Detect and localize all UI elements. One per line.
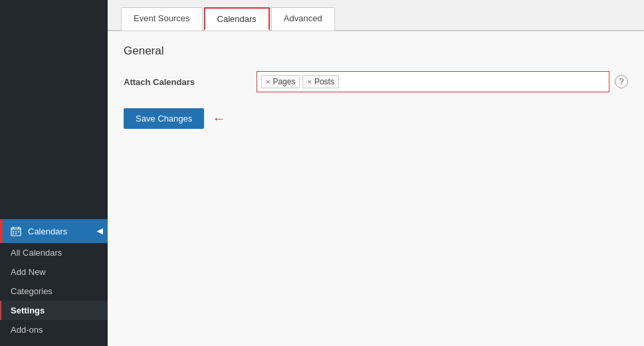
- save-row: Save Changes ←: [124, 108, 628, 129]
- tab-calendars[interactable]: Calendars: [204, 7, 270, 31]
- sidebar-item-add-new[interactable]: Add New: [0, 262, 108, 282]
- tags-input[interactable]: × Pages × Posts: [257, 71, 609, 92]
- svg-rect-7: [13, 233, 14, 234]
- sidebar-sub-menu: All Calendars Add New Categories Setting…: [0, 243, 108, 339]
- svg-rect-4: [13, 231, 14, 232]
- svg-rect-6: [18, 231, 19, 232]
- svg-rect-5: [15, 231, 17, 232]
- arrow-indicator: ←: [212, 111, 225, 126]
- svg-rect-1: [11, 228, 21, 230]
- svg-rect-8: [15, 233, 17, 234]
- tab-advanced[interactable]: Advanced: [271, 7, 335, 31]
- tag-posts-remove[interactable]: ×: [307, 78, 311, 86]
- sidebar-menu: Calendars ◄ All Calendars Add New Catego…: [0, 219, 108, 339]
- tag-pages-remove[interactable]: ×: [266, 78, 270, 86]
- sidebar-item-categories[interactable]: Categories: [0, 282, 108, 301]
- tag-pages-label: Pages: [272, 77, 295, 86]
- save-changes-button[interactable]: Save Changes: [124, 108, 204, 129]
- attach-calendars-row: Attach Calendars × Pages × Posts ?: [124, 71, 628, 92]
- section-title: General: [124, 44, 628, 58]
- sidebar-item-settings[interactable]: Settings: [0, 301, 108, 320]
- tag-posts: × Posts: [302, 75, 338, 88]
- calendar-icon: [9, 224, 23, 238]
- main-content: Event Sources Calendars Advanced General…: [108, 0, 644, 346]
- tabs-bar: Event Sources Calendars Advanced: [108, 0, 644, 31]
- tab-event-sources[interactable]: Event Sources: [121, 7, 203, 31]
- attach-calendars-label: Attach Calendars: [124, 77, 257, 87]
- content-area: General Attach Calendars × Pages × Posts…: [108, 31, 644, 346]
- tag-posts-label: Posts: [314, 77, 334, 86]
- sidebar-calendars-label: Calendars: [28, 226, 67, 236]
- tag-pages: × Pages: [261, 75, 300, 88]
- sidebar-item-calendars[interactable]: Calendars ◄: [0, 219, 108, 243]
- sidebar: Calendars ◄ All Calendars Add New Catego…: [0, 0, 108, 346]
- help-icon[interactable]: ?: [615, 75, 628, 88]
- sidebar-collapse-arrow: ◄: [94, 225, 108, 237]
- attach-calendars-field: × Pages × Posts ?: [257, 71, 628, 92]
- sidebar-item-add-ons[interactable]: Add-ons: [0, 320, 108, 339]
- sidebar-item-all-calendars[interactable]: All Calendars: [0, 243, 108, 262]
